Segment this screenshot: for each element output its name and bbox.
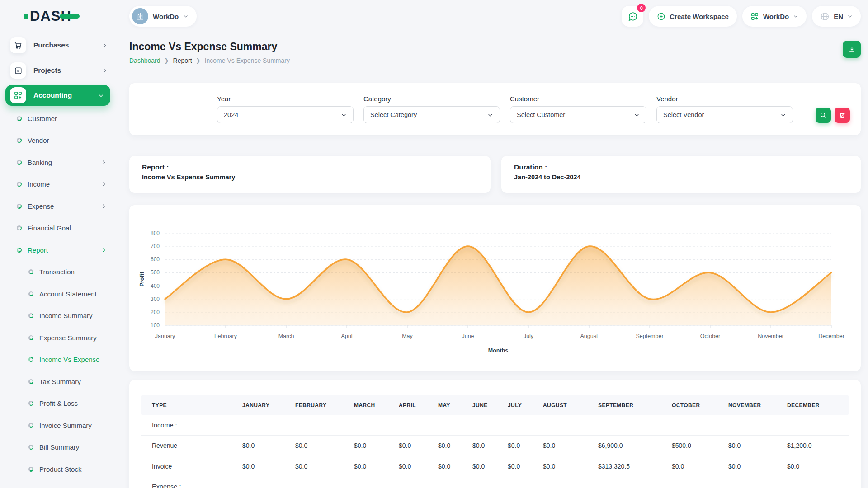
sidebar-item-income-summary[interactable]: Income Summary [0, 305, 116, 327]
bullet-ring-icon [17, 160, 22, 165]
sidebar-item-income-vs-expense[interactable]: Income Vs Expense [0, 349, 116, 371]
chevron-right-icon [101, 181, 107, 187]
apply-filter-button[interactable] [816, 108, 831, 123]
language-menu[interactable]: EN [812, 6, 861, 27]
trash-slash-icon [839, 112, 846, 119]
search-icon [820, 112, 827, 119]
customer-select[interactable]: Select Customer [510, 106, 646, 123]
sidebar-item-label: Projects [33, 66, 61, 75]
main-content: Income Vs Expense Summary Dashboard❯Repo… [116, 33, 868, 488]
create-workspace-button[interactable]: Create Workspace [649, 6, 737, 27]
cell-value: $313,320.5 [598, 456, 672, 477]
duration-label: Duration : [514, 162, 848, 173]
report-summary-card: Report : Income Vs Expense Summary [129, 156, 491, 193]
sidebar-item-profit-loss[interactable]: Profit & Loss [0, 393, 116, 415]
sidebar-item-label: Purchases [33, 41, 69, 49]
column-header: AUGUST [543, 395, 598, 415]
cell-value: $0.0 [354, 456, 399, 477]
bullet-ring-icon [28, 335, 33, 340]
app-logo[interactable]: DASH [0, 0, 116, 33]
vendor-select[interactable]: Select Vendor [656, 106, 793, 123]
cell-value: $0.0 [242, 456, 295, 477]
breadcrumb-link-dashboard[interactable]: Dashboard [129, 57, 160, 64]
breadcrumb: Dashboard❯Report❯Income Vs Expense Summa… [129, 57, 290, 64]
table-group-row: Expense : [141, 477, 849, 488]
sidebar-item-expense-summary[interactable]: Expense Summary [0, 327, 116, 349]
bullet-ring-icon [17, 248, 22, 253]
sidebar-item-label: Product Stock [39, 465, 81, 473]
column-header: TYPE [141, 395, 242, 415]
svg-text:December: December [818, 333, 844, 339]
sidebar-item-product-stock[interactable]: Product Stock [0, 458, 116, 480]
svg-text:Profit: Profit [139, 272, 145, 286]
sidebar-item-purchases[interactable]: Purchases [0, 33, 116, 58]
svg-text:300: 300 [151, 296, 160, 302]
sidebar-item-label: Vendor [28, 136, 49, 144]
svg-text:November: November [758, 333, 784, 339]
bullet-ring-icon [28, 379, 33, 384]
cell-value: $0.0 [508, 435, 543, 456]
plus-circle-icon [657, 12, 665, 21]
sidebar-item-label: Financial Goal [28, 224, 71, 232]
sidebar-item-account-statement[interactable]: Account Statement [0, 283, 116, 305]
sidebar-item-label: Customer [28, 115, 57, 122]
chevron-down-icon [780, 112, 786, 118]
sidebar: DASH PurchasesProjectsAccountingCustomer… [0, 0, 116, 488]
column-header: MAY [438, 395, 472, 415]
chevron-right-icon [101, 247, 107, 253]
year-label: Year [217, 95, 354, 103]
cell-value: $1,200.0 [787, 435, 849, 456]
column-header: JANUARY [242, 395, 295, 415]
sidebar-item-bill-summary[interactable]: Bill Summary [0, 436, 116, 459]
sidebar-item-banking[interactable]: Banking [0, 151, 116, 174]
messages-button[interactable]: 0 [622, 6, 643, 27]
logo-dash-icon [60, 14, 80, 19]
svg-text:September: September [636, 333, 663, 339]
category-select[interactable]: Select Category [363, 106, 500, 123]
cell-type: Revenue [141, 435, 242, 456]
sidebar-item-vendor[interactable]: Vendor [0, 130, 116, 152]
sidebar-item-accounting[interactable]: Accounting [5, 85, 110, 106]
duration-summary-card: Duration : Jan-2024 to Dec-2024 [501, 156, 861, 193]
breadcrumb-chevron-icon: ❯ [165, 57, 169, 64]
workspace-switcher[interactable]: WorkDo [129, 6, 197, 27]
chevron-down-icon [183, 14, 189, 19]
sidebar-item-expense[interactable]: Expense [0, 195, 116, 217]
reset-filter-button[interactable] [835, 108, 850, 123]
sidebar-item-cash-flow[interactable]: Cash Flow [0, 480, 116, 488]
year-select[interactable]: 2024 [217, 106, 354, 123]
sidebar-item-customer[interactable]: Customer [0, 108, 116, 130]
breadcrumb-link-report[interactable]: Report [173, 57, 192, 64]
workdo-apps-menu[interactable]: WorkDo [742, 6, 807, 27]
sidebar-item-label: Accounting [33, 91, 72, 99]
chevron-right-icon [102, 68, 108, 74]
sidebar-item-label: Income Vs Expense [39, 356, 99, 363]
chevron-right-icon [102, 42, 108, 48]
sidebar-item-income[interactable]: Income [0, 174, 116, 196]
sidebar-item-tax-summary[interactable]: Tax Summary [0, 371, 116, 393]
bullet-ring-icon [28, 269, 33, 274]
sidebar-item-report[interactable]: Report [0, 239, 116, 261]
chevron-right-icon [101, 160, 107, 165]
category-label: Category [363, 95, 500, 103]
breadcrumb-chevron-icon: ❯ [196, 57, 201, 64]
cell-value: $0.0 [242, 435, 295, 456]
svg-text:100: 100 [151, 322, 160, 328]
svg-text:200: 200 [151, 309, 160, 315]
table-group-row: Income : [141, 415, 849, 435]
chevron-down-icon [634, 112, 640, 118]
duration-value: Jan-2024 to Dec-2024 [514, 173, 848, 182]
topbar: WorkDo 0 Create Workspace WorkDo EN [116, 0, 868, 33]
svg-text:August: August [580, 333, 598, 339]
column-header: JULY [508, 395, 543, 415]
sidebar-item-transaction[interactable]: Transaction [0, 261, 116, 283]
category-field: CategorySelect Category [363, 95, 500, 135]
sidebar-item-invoice-summary[interactable]: Invoice Summary [0, 414, 116, 436]
sidebar-item-financial-goal[interactable]: Financial Goal [0, 217, 116, 239]
chevron-down-icon [847, 14, 853, 19]
cell-value: $0.0 [399, 435, 438, 456]
sidebar-item-label: Profit & Loss [39, 399, 78, 407]
sidebar-item-projects[interactable]: Projects [0, 58, 116, 83]
download-report-button[interactable] [843, 41, 861, 58]
column-header: DECEMBER [787, 395, 849, 415]
